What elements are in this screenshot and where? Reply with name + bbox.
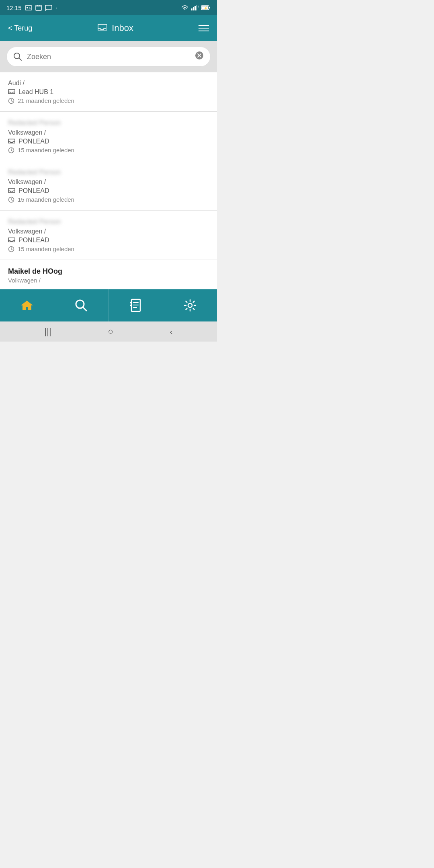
clock-icon: [8, 98, 14, 104]
svg-rect-38: [130, 302, 132, 303]
svg-point-40: [188, 303, 192, 307]
inbox-icon: [97, 24, 108, 33]
brand-label: Audi /: [8, 80, 209, 87]
time-line: 21 maanden geleden: [8, 97, 209, 104]
brand-label: Volkwagen /: [8, 277, 209, 284]
time-ago: 15 maanden geleden: [18, 147, 74, 154]
svg-rect-0: [25, 6, 32, 10]
calendar-icon: [35, 4, 42, 11]
home-icon: [20, 299, 34, 312]
nav-home[interactable]: [0, 289, 54, 321]
clock: 12:15: [6, 4, 22, 11]
clock-icon: [8, 197, 14, 203]
top-navigation: < Terug Inbox: [0, 15, 217, 41]
status-time: 12:15 ·: [6, 4, 57, 12]
hub-line: PONLEAD: [8, 237, 209, 244]
hub-tray-icon: [8, 89, 15, 95]
svg-line-28: [11, 200, 12, 201]
notebook-icon: [130, 299, 142, 312]
back-label: < Terug: [8, 24, 32, 33]
time-line: 15 maanden geleden: [8, 246, 209, 252]
svg-line-22: [11, 101, 12, 102]
time-ago: 21 maanden geleden: [18, 97, 74, 104]
svg-rect-2: [36, 5, 41, 10]
svg-line-31: [11, 249, 12, 250]
brand-label: Volkswagen /: [8, 228, 209, 235]
time-line: 15 maanden geleden: [8, 147, 209, 154]
hub-tray-icon: [8, 188, 15, 194]
chat-icon: [45, 4, 52, 11]
hub-line: Lead HUB 1: [8, 88, 209, 96]
svg-rect-7: [193, 7, 194, 10]
inbox-list: Audi / Lead HUB 1 21 maanden geleden Red…: [0, 72, 217, 289]
nav-search[interactable]: [54, 289, 108, 321]
list-item[interactable]: Redacted Person Volkswagen / PONLEAD 15 …: [0, 211, 217, 260]
android-navigation: ||| ○ ‹: [0, 321, 217, 342]
contact-name-blurred: Redacted Person: [8, 119, 209, 127]
svg-rect-39: [130, 305, 132, 306]
battery-icon: ⚡: [201, 4, 211, 11]
contact-name: Maikel de HOog: [8, 267, 209, 276]
hub-tray-icon: [8, 138, 15, 145]
hub-line: PONLEAD: [8, 187, 209, 194]
bottom-navigation: [0, 289, 217, 321]
hub-name: Lead HUB 1: [18, 88, 53, 96]
wifi-icon: [181, 4, 189, 11]
clock-icon: [8, 246, 14, 252]
list-item[interactable]: Redacted Person Volkswagen / PONLEAD 15 …: [0, 112, 217, 161]
android-home[interactable]: ○: [108, 326, 113, 337]
search-bar: [6, 47, 211, 67]
svg-rect-8: [194, 6, 196, 10]
search-container: [0, 41, 217, 72]
nav-settings[interactable]: [163, 289, 217, 321]
clear-icon: [195, 51, 204, 60]
android-recent[interactable]: |||: [44, 326, 51, 337]
time-ago: 15 maanden geleden: [18, 246, 74, 252]
search-icon: [13, 52, 22, 61]
hub-line: PONLEAD: [8, 138, 209, 145]
back-button[interactable]: < Terug: [8, 24, 32, 33]
brand-label: Volkswagen /: [8, 178, 209, 186]
hub-name: PONLEAD: [18, 138, 49, 145]
brand-label: Volkswagen /: [8, 129, 209, 136]
svg-line-25: [11, 150, 12, 151]
hub-name: PONLEAD: [18, 187, 49, 194]
signal-icon: R: [191, 4, 199, 11]
clear-button[interactable]: [195, 51, 204, 62]
status-icons: R ⚡: [181, 4, 211, 11]
gear-icon: [183, 299, 197, 312]
list-item[interactable]: Maikel de HOog Volkwagen /: [0, 260, 217, 289]
search-nav-icon: [74, 299, 88, 312]
svg-rect-6: [191, 8, 192, 10]
time-ago: 15 maanden geleden: [18, 196, 74, 203]
status-bar: 12:15 · R ⚡: [0, 0, 217, 15]
contact-name-blurred: Redacted Person: [8, 218, 209, 226]
svg-rect-9: [196, 5, 197, 10]
svg-rect-12: [209, 7, 210, 8]
hub-tray-icon: [8, 237, 15, 244]
clock-icon: [8, 147, 14, 154]
page-title: Inbox: [97, 23, 133, 33]
inbox-title: Inbox: [112, 23, 133, 33]
svg-text:R: R: [198, 5, 199, 8]
list-item[interactable]: Audi / Lead HUB 1 21 maanden geleden: [0, 72, 217, 112]
android-back[interactable]: ‹: [170, 327, 173, 336]
list-item[interactable]: Redacted Person Volkswagen / PONLEAD 15 …: [0, 161, 217, 211]
svg-line-16: [19, 58, 22, 61]
svg-text:⚡: ⚡: [204, 6, 208, 10]
search-input[interactable]: [27, 53, 190, 61]
contact-name-blurred: Redacted Person: [8, 168, 209, 176]
svg-point-1: [27, 7, 28, 8]
hub-name: PONLEAD: [18, 237, 49, 244]
nav-notes[interactable]: [109, 289, 163, 321]
menu-button[interactable]: [199, 25, 209, 31]
photo-icon: [25, 5, 32, 10]
time-line: 15 maanden geleden: [8, 196, 209, 203]
svg-line-33: [83, 307, 86, 311]
